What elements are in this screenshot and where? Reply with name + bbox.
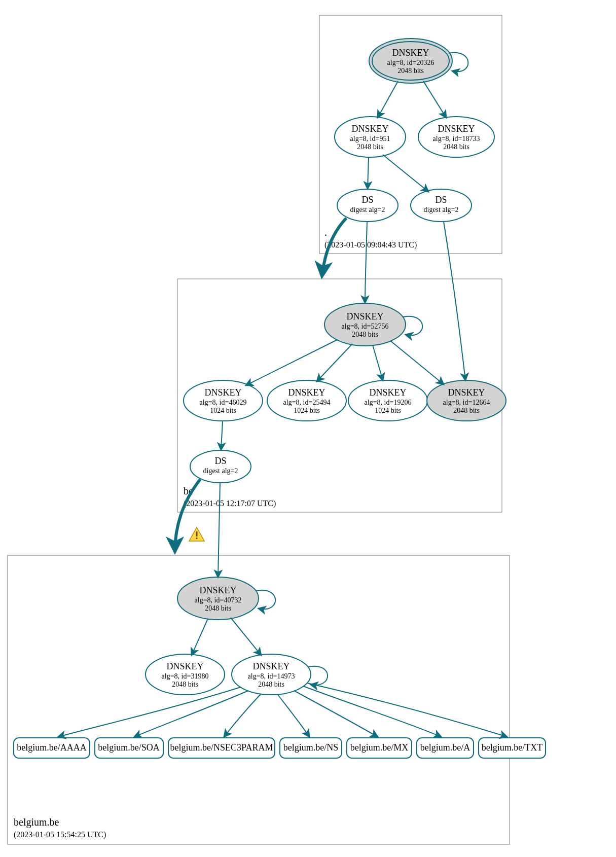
- svg-text:alg=8, id=20326: alg=8, id=20326: [387, 59, 434, 66]
- record-nsec3param: belgium.be/NSEC3PARAM: [168, 738, 275, 758]
- svg-text:alg=8, id=46029: alg=8, id=46029: [200, 399, 247, 406]
- dnssec-diagram: . (2023-01-05 09:04:43 UTC) DNSKEY alg=8…: [0, 0, 616, 857]
- record-ns: belgium.be/NS: [280, 738, 342, 758]
- svg-text:DNSKEY: DNSKEY: [199, 585, 236, 595]
- svg-text:DNSKEY: DNSKEY: [288, 387, 325, 398]
- node-root-ds-b: DS digest alg=2: [411, 189, 472, 222]
- svg-text:2048 bits: 2048 bits: [352, 331, 378, 338]
- svg-text:alg=8, id=52756: alg=8, id=52756: [342, 323, 389, 330]
- svg-text:2048 bits: 2048 bits: [357, 143, 383, 151]
- record-txt: belgium.be/TXT: [479, 738, 546, 758]
- zone-root-ts: (2023-01-05 09:04:43 UTC): [324, 240, 417, 249]
- svg-text:DS: DS: [435, 195, 447, 205]
- svg-text:1024 bits: 1024 bits: [210, 407, 236, 414]
- svg-text:DNSKEY: DNSKEY: [369, 387, 406, 398]
- zone-leaf-name: belgium.be: [14, 816, 59, 828]
- svg-text:belgium.be/A: belgium.be/A: [420, 742, 470, 753]
- node-leaf-zsk-b: DNSKEY alg=8, id=14973 2048 bits: [232, 654, 311, 695]
- svg-text:1024 bits: 1024 bits: [294, 407, 320, 414]
- record-aaaa: belgium.be/AAAA: [14, 738, 90, 758]
- svg-text:2048 bits: 2048 bits: [397, 67, 424, 75]
- zone-leaf-ts: (2023-01-05 15:54:25 UTC): [14, 830, 106, 839]
- svg-point-16: [411, 189, 472, 222]
- svg-text:belgium.be/NSEC3PARAM: belgium.be/NSEC3PARAM: [170, 742, 273, 753]
- zone-be-ts: (2023-01-05 12:17:07 UTC): [184, 499, 276, 508]
- svg-text:alg=8, id=40732: alg=8, id=40732: [195, 596, 242, 604]
- svg-text:DNSKEY: DNSKEY: [204, 387, 241, 398]
- svg-text:belgium.be/SOA: belgium.be/SOA: [98, 742, 160, 753]
- svg-rect-42: [196, 531, 198, 537]
- node-root-zsk-a: DNSKEY alg=8, id=951 2048 bits: [335, 117, 406, 157]
- svg-text:2048 bits: 2048 bits: [258, 681, 284, 688]
- svg-text:DNSKEY: DNSKEY: [438, 124, 475, 134]
- svg-text:alg=8, id=14973: alg=8, id=14973: [248, 672, 295, 680]
- svg-text:alg=8, id=18733: alg=8, id=18733: [433, 135, 480, 142]
- svg-text:2048 bits: 2048 bits: [205, 604, 231, 612]
- svg-text:DNSKEY: DNSKEY: [448, 387, 485, 398]
- svg-text:1024 bits: 1024 bits: [375, 407, 401, 414]
- svg-text:DNSKEY: DNSKEY: [392, 48, 429, 58]
- node-be-zsk-2: DNSKEY alg=8, id=25494 1024 bits: [267, 380, 346, 421]
- svg-point-39: [190, 450, 251, 483]
- node-root-ds-a: DS digest alg=2: [337, 189, 398, 222]
- node-root-ksk: DNSKEY alg=8, id=20326 2048 bits: [369, 39, 452, 83]
- node-be-zsk-3: DNSKEY alg=8, id=19206 1024 bits: [348, 380, 427, 421]
- node-be-ds: DS digest alg=2: [190, 450, 251, 483]
- svg-text:DNSKEY: DNSKEY: [346, 311, 383, 322]
- svg-text:DNSKEY: DNSKEY: [252, 661, 289, 671]
- svg-text:DS: DS: [214, 456, 226, 466]
- svg-text:alg=8, id=31980: alg=8, id=31980: [162, 672, 209, 680]
- svg-text:2048 bits: 2048 bits: [443, 143, 469, 151]
- node-be-zsk-1: DNSKEY alg=8, id=46029 1024 bits: [184, 380, 263, 421]
- warning-icon: [189, 527, 204, 541]
- svg-text:DS: DS: [361, 195, 373, 205]
- record-mx: belgium.be/MX: [347, 738, 412, 758]
- svg-text:DNSKEY: DNSKEY: [166, 661, 203, 671]
- svg-text:digest alg=2: digest alg=2: [350, 206, 385, 213]
- svg-text:alg=8, id=951: alg=8, id=951: [350, 135, 390, 142]
- svg-point-13: [337, 189, 398, 222]
- svg-text:belgium.be/AAAA: belgium.be/AAAA: [17, 742, 86, 753]
- svg-text:digest alg=2: digest alg=2: [203, 467, 238, 475]
- node-root-zsk-b: DNSKEY alg=8, id=18733 2048 bits: [418, 117, 494, 157]
- node-leaf-zsk-a: DNSKEY alg=8, id=31980 2048 bits: [146, 654, 225, 695]
- node-leaf-ksk: DNSKEY alg=8, id=40732 2048 bits: [177, 577, 259, 620]
- svg-text:digest alg=2: digest alg=2: [424, 206, 459, 213]
- svg-text:belgium.be/TXT: belgium.be/TXT: [482, 742, 542, 753]
- svg-text:DNSKEY: DNSKEY: [351, 124, 388, 134]
- svg-text:2048 bits: 2048 bits: [453, 407, 480, 414]
- svg-text:belgium.be/MX: belgium.be/MX: [350, 742, 409, 753]
- record-soa: belgium.be/SOA: [95, 738, 163, 758]
- svg-text:alg=8, id=12664: alg=8, id=12664: [443, 399, 490, 406]
- svg-rect-43: [196, 538, 198, 539]
- svg-text:2048 bits: 2048 bits: [172, 681, 198, 688]
- record-a: belgium.be/A: [417, 738, 474, 758]
- svg-text:alg=8, id=25494: alg=8, id=25494: [283, 399, 331, 406]
- svg-text:belgium.be/NS: belgium.be/NS: [283, 742, 339, 753]
- node-be-sep: DNSKEY alg=8, id=12664 2048 bits: [427, 380, 506, 421]
- svg-text:alg=8, id=19206: alg=8, id=19206: [365, 399, 412, 406]
- zone-root-name: .: [324, 227, 327, 238]
